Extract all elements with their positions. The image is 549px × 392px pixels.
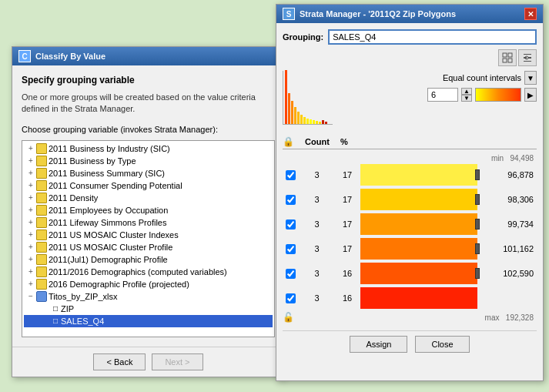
tree-item[interactable]: + 2016 Demographic Profile (projected) bbox=[24, 278, 273, 290]
back-button[interactable]: < Back bbox=[93, 353, 146, 370]
color-block[interactable] bbox=[360, 263, 477, 284]
strata-rows: min 94,498 3 17 96,878 bbox=[283, 154, 537, 323]
svg-rect-7 bbox=[524, 54, 531, 55]
tree-item[interactable]: + 2011/2016 Demographics (computed varia… bbox=[24, 266, 273, 278]
expand-icon[interactable]: − bbox=[25, 291, 36, 302]
db-icon bbox=[36, 291, 47, 302]
row-checkbox[interactable] bbox=[286, 219, 296, 230]
row-count: 3 bbox=[300, 269, 334, 278]
table-row: 3 17 101,162 bbox=[283, 236, 537, 261]
expand-icon[interactable]: + bbox=[25, 266, 36, 277]
close-button[interactable]: Close bbox=[415, 336, 469, 353]
row-checkbox[interactable] bbox=[286, 244, 296, 254]
color-swatch[interactable] bbox=[475, 88, 521, 102]
tree-item[interactable]: + 2011 Business by Industry (SIC) bbox=[24, 142, 273, 155]
row-checkbox[interactable] bbox=[286, 195, 296, 205]
color-dropdown-btn[interactable]: ▶ bbox=[524, 88, 537, 102]
expand-icon[interactable]: + bbox=[25, 230, 36, 240]
expand-icon[interactable]: + bbox=[25, 217, 36, 228]
row-checkbox[interactable] bbox=[286, 269, 296, 279]
grouping-input[interactable] bbox=[328, 29, 537, 45]
tree-sub-item-selected[interactable]: □ SALES_Q4 bbox=[24, 315, 273, 327]
interval-dropdown-btn[interactable]: ▼ bbox=[524, 71, 537, 85]
tree-item[interactable]: + 2011 Business by Type bbox=[24, 155, 273, 167]
spin-down-button[interactable]: ▼ bbox=[461, 95, 472, 102]
spin-up-button[interactable]: ▲ bbox=[461, 88, 472, 95]
strata-title: Strata Manager - '2011Q2 Zip Polygons bbox=[300, 9, 456, 18]
expand-icon[interactable]: + bbox=[25, 254, 36, 265]
row-count: 3 bbox=[300, 219, 334, 229]
assign-button[interactable]: Assign bbox=[350, 336, 407, 353]
max-label-row: 🔓 max 192,328 bbox=[283, 312, 537, 323]
tree-label: 2011(Jul1) Demographic Profile bbox=[49, 255, 168, 264]
tree-label: 2011 Business by Industry (SIC) bbox=[49, 144, 170, 153]
range-connector bbox=[475, 268, 480, 279]
toolbar-row bbox=[283, 49, 537, 66]
bar bbox=[316, 121, 318, 124]
tree-container[interactable]: + 2011 Business by Industry (SIC) + 2011… bbox=[22, 140, 275, 337]
titlebar-left: S Strata Manager - '2011Q2 Zip Polygons bbox=[283, 8, 456, 20]
bar bbox=[313, 120, 315, 124]
tree-label: 2011 Business Summary (SIC) bbox=[49, 169, 165, 178]
grid-icon-button[interactable] bbox=[498, 49, 517, 66]
tree-item[interactable]: + 2011 Business Summary (SIC) bbox=[24, 167, 273, 179]
row-count: 3 bbox=[300, 170, 334, 179]
color-block[interactable] bbox=[360, 213, 477, 235]
folder-icon bbox=[36, 193, 47, 203]
row-checkbox-cell bbox=[283, 244, 298, 254]
tree-label-selected: SALES_Q4 bbox=[61, 317, 104, 326]
color-block[interactable] bbox=[360, 238, 477, 260]
th-lock-cell: 🔒 bbox=[283, 136, 301, 147]
settings-icon-button[interactable] bbox=[518, 49, 537, 66]
tree-item[interactable]: − Titos_by_ZIP_xlsx bbox=[24, 290, 273, 303]
tree-item[interactable]: + 2011 Density bbox=[24, 192, 273, 204]
tree-item[interactable]: + 2011 US MOSAIC Cluster Indexes bbox=[24, 229, 273, 241]
next-button[interactable]: Next > bbox=[152, 353, 203, 370]
expand-icon[interactable]: + bbox=[25, 242, 36, 253]
table-row: 3 17 99,734 bbox=[283, 212, 537, 236]
row-checkbox[interactable] bbox=[286, 293, 296, 303]
strata-action-footer: Assign Close bbox=[283, 330, 537, 357]
expand-icon[interactable]: + bbox=[25, 143, 36, 154]
bar bbox=[285, 70, 287, 124]
tree-item[interactable]: + 2011 Consumer Spending Potential bbox=[24, 179, 273, 192]
color-block[interactable] bbox=[360, 164, 477, 186]
th-count: Count bbox=[301, 137, 333, 146]
color-block[interactable] bbox=[360, 287, 477, 309]
expand-icon[interactable]: + bbox=[25, 193, 36, 203]
folder-icon bbox=[36, 168, 47, 179]
tree-label: 2011 Lifeway Simmons Profiles bbox=[49, 218, 166, 227]
tree-item[interactable]: + 2011 US MOSAIC Cluster Profile bbox=[24, 241, 273, 253]
expand-icon[interactable]: + bbox=[25, 205, 36, 216]
table-row: 3 17 96,878 bbox=[283, 162, 537, 187]
close-button-titlebar[interactable]: ✕ bbox=[524, 8, 537, 20]
count-input[interactable] bbox=[427, 88, 458, 102]
tree-label: 2011 Business by Type bbox=[49, 156, 136, 166]
expand-icon[interactable]: + bbox=[25, 168, 36, 179]
max-label: max bbox=[485, 313, 500, 322]
folder-icon bbox=[36, 143, 47, 154]
expand-icon[interactable]: + bbox=[25, 156, 36, 166]
range-connector bbox=[475, 219, 480, 230]
row-count: 3 bbox=[300, 244, 334, 253]
unlock-icon: 🔓 bbox=[283, 312, 294, 323]
tree-item[interactable]: + 2011(Jul1) Demographic Profile bbox=[24, 253, 273, 266]
color-block-container bbox=[360, 189, 477, 210]
bar bbox=[306, 119, 309, 124]
expand-icon[interactable]: + bbox=[25, 180, 36, 191]
strata-window: S Strata Manager - '2011Q2 Zip Polygons … bbox=[276, 4, 544, 381]
row-pct: 17 bbox=[336, 219, 359, 229]
expand-icon[interactable]: + bbox=[25, 279, 36, 290]
folder-icon bbox=[36, 156, 47, 166]
table-row: 3 16 102,590 bbox=[283, 261, 537, 286]
row-count: 3 bbox=[300, 293, 334, 303]
bar bbox=[294, 107, 296, 124]
tree-item[interactable]: + 2011 Lifeway Simmons Profiles bbox=[24, 216, 273, 229]
tree-item[interactable]: + 2011 Employees by Occupation bbox=[24, 204, 273, 216]
color-block[interactable] bbox=[360, 189, 477, 210]
row-pct: 16 bbox=[336, 293, 359, 303]
tree-sub-item[interactable]: □ ZIP bbox=[24, 303, 273, 315]
th-pct: % bbox=[333, 137, 355, 146]
tree-label: 2011 Employees by Occupation bbox=[49, 206, 168, 215]
row-checkbox[interactable] bbox=[286, 170, 296, 180]
